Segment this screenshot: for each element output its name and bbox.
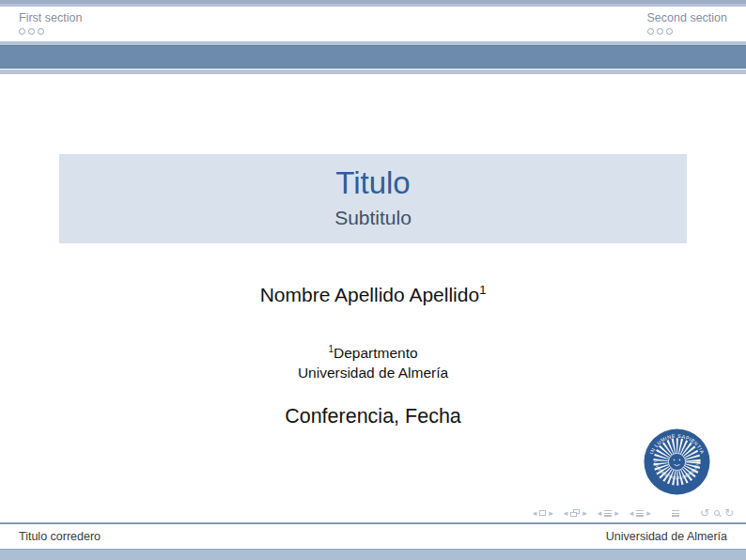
section-first-progress [19,28,44,35]
section-progress-dot[interactable] [38,28,44,35]
next-frame-icon[interactable]: ▸ [583,508,587,518]
section-first-label[interactable]: First section [19,11,82,24]
subsection-nav-group: ◂ ▸ [598,508,619,518]
prev-subsection-icon[interactable]: ◂ [598,508,602,518]
university-seal-logo: IN LUMINE SAPIENTIA UNIVERSITAS ALMERIEN… [644,428,710,495]
section-progress-dot[interactable] [19,28,25,35]
bottom-accent-bar [0,549,746,560]
slide-title: Titulo [59,166,687,200]
institute-department-line: 1Departmento [0,339,746,363]
next-subsection-icon[interactable]: ▸ [614,508,619,518]
presentation-nav-group [672,510,679,517]
author-footnote-mark: 1 [479,283,486,297]
section-second-progress [647,28,673,35]
navigation-symbols: ◂ ▸ ◂ ▸ ◂ ▸ ◂ ▸ ↺ ↻ [522,507,734,519]
slide-icon[interactable] [539,510,546,516]
go-back-icon[interactable]: ↺ [700,507,709,519]
header-section-first[interactable]: First section [19,11,82,35]
top-accent-bar [0,0,746,7]
slide-subtitle: Subtitulo [59,207,687,229]
title-box: Titulo Subtitulo [59,154,687,243]
go-forward-icon[interactable]: ↻ [724,507,734,519]
header-section-second[interactable]: Second section [647,11,727,35]
beamer-title-slide: First section Second section Titulo Subt… [0,0,746,560]
section-nav-group: ◂ ▸ [629,508,651,518]
frame-nav-group: ◂ ▸ [564,508,587,518]
institute-block: 1Departmento Universidad de Almería [0,339,746,382]
search-icon[interactable] [714,510,720,516]
section-progress-dot[interactable] [28,28,35,35]
institute-department: Departmento [334,345,418,361]
footline-institution: Universidad de Almería [606,530,727,543]
footline-separator [0,522,746,524]
author-line: Nombre Apellido Apellido1 [0,283,746,306]
prev-frame-icon[interactable]: ◂ [564,508,568,518]
section-icon[interactable] [636,510,644,517]
section-progress-dot[interactable] [666,28,673,35]
subsection-icon[interactable] [604,510,612,517]
footline-short-title: Titulo corredero [19,530,101,543]
section-progress-dot[interactable] [657,28,663,35]
next-slide-icon[interactable]: ▸ [549,508,553,518]
conference-date: Conferencia, Fecha [0,405,746,428]
next-section-icon[interactable]: ▸ [646,508,651,518]
section-second-label[interactable]: Second section [647,11,727,24]
prev-section-icon[interactable]: ◂ [629,508,634,518]
prev-slide-icon[interactable]: ◂ [533,508,537,518]
slide-nav-group: ◂ ▸ [533,508,553,518]
section-progress-dot[interactable] [647,28,654,35]
author-name: Nombre Apellido Apellido [260,284,479,305]
frame-icon[interactable] [570,509,580,517]
main-accent-bar [0,45,746,69]
history-nav-group: ↺ ↻ [700,507,734,519]
presentation-icon[interactable] [672,510,679,517]
institute-university: Universidad de Almería [0,363,746,382]
accent-bar-underline [0,70,746,74]
